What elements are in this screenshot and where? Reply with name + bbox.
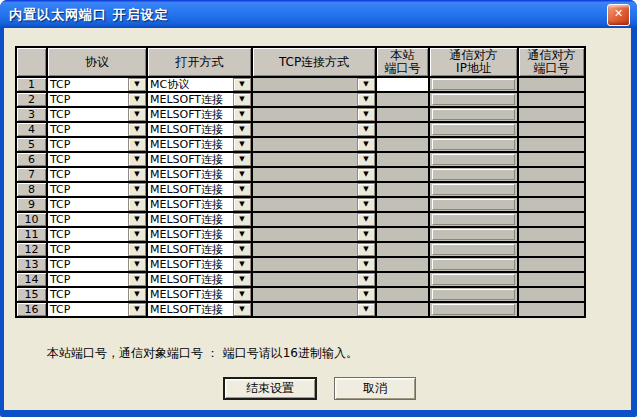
dropdown-arrow-icon[interactable]: ▼ [128, 138, 146, 151]
dropdown-arrow-icon[interactable]: ▼ [357, 93, 375, 106]
protocol-dropdown[interactable]: TCP▼ [48, 273, 146, 286]
tcp-connection-dropdown[interactable]: ▼ [253, 213, 375, 226]
open-method-dropdown[interactable]: MELSOFT连接▼ [148, 243, 251, 256]
dropdown-arrow-icon[interactable]: ▼ [233, 228, 251, 241]
tcp-connection-dropdown[interactable]: ▼ [253, 303, 375, 316]
tcp-connection-dropdown[interactable]: ▼ [253, 153, 375, 166]
dropdown-arrow-icon[interactable]: ▼ [357, 288, 375, 301]
row-number-cell[interactable]: 11 [16, 227, 47, 242]
dropdown-arrow-icon[interactable]: ▼ [233, 213, 251, 226]
open-method-dropdown[interactable]: MELSOFT连接▼ [148, 213, 251, 226]
open-method-dropdown[interactable]: MELSOFT连接▼ [148, 123, 251, 136]
dropdown-arrow-icon[interactable]: ▼ [233, 78, 251, 91]
row-number-cell[interactable]: 3 [16, 107, 47, 122]
tcp-connection-dropdown[interactable]: ▼ [253, 288, 375, 301]
dropdown-arrow-icon[interactable]: ▼ [357, 78, 375, 91]
dropdown-arrow-icon[interactable]: ▼ [357, 258, 375, 271]
dropdown-arrow-icon[interactable]: ▼ [233, 288, 251, 301]
protocol-dropdown[interactable]: TCP▼ [48, 243, 146, 256]
dropdown-arrow-icon[interactable]: ▼ [128, 78, 146, 91]
dropdown-arrow-icon[interactable]: ▼ [233, 138, 251, 151]
dropdown-arrow-icon[interactable]: ▼ [128, 228, 146, 241]
dropdown-arrow-icon[interactable]: ▼ [128, 288, 146, 301]
dropdown-arrow-icon[interactable]: ▼ [357, 108, 375, 121]
cancel-button[interactable]: 取消 [334, 377, 416, 400]
row-number-cell[interactable]: 15 [16, 287, 47, 302]
dropdown-arrow-icon[interactable]: ▼ [233, 183, 251, 196]
dropdown-arrow-icon[interactable]: ▼ [128, 243, 146, 256]
row-number-cell[interactable]: 13 [16, 257, 47, 272]
row-number-cell[interactable]: 9 [16, 197, 47, 212]
title-bar[interactable]: 内置以太网端口 开启设定 ✕ [0, 0, 637, 28]
local-port-field[interactable] [377, 78, 428, 91]
row-number-cell[interactable]: 16 [16, 302, 47, 317]
row-number-cell[interactable]: 12 [16, 242, 47, 257]
row-number-cell[interactable]: 8 [16, 182, 47, 197]
protocol-dropdown[interactable]: TCP▼ [48, 108, 146, 121]
tcp-connection-dropdown[interactable]: ▼ [253, 78, 375, 91]
dropdown-arrow-icon[interactable]: ▼ [233, 258, 251, 271]
dropdown-arrow-icon[interactable]: ▼ [128, 258, 146, 271]
open-method-dropdown[interactable]: MELSOFT连接▼ [148, 288, 251, 301]
dropdown-arrow-icon[interactable]: ▼ [357, 243, 375, 256]
open-method-dropdown[interactable]: MELSOFT连接▼ [148, 168, 251, 181]
dropdown-arrow-icon[interactable]: ▼ [128, 123, 146, 136]
protocol-dropdown[interactable]: TCP▼ [48, 213, 146, 226]
dropdown-arrow-icon[interactable]: ▼ [233, 153, 251, 166]
tcp-connection-dropdown[interactable]: ▼ [253, 258, 375, 271]
tcp-connection-dropdown[interactable]: ▼ [253, 108, 375, 121]
row-number-cell[interactable]: 6 [16, 152, 47, 167]
dropdown-arrow-icon[interactable]: ▼ [128, 273, 146, 286]
protocol-dropdown[interactable]: TCP▼ [48, 183, 146, 196]
dropdown-arrow-icon[interactable]: ▼ [357, 153, 375, 166]
close-button[interactable]: ✕ [607, 4, 630, 26]
tcp-connection-dropdown[interactable]: ▼ [253, 228, 375, 241]
dropdown-arrow-icon[interactable]: ▼ [128, 183, 146, 196]
protocol-dropdown[interactable]: TCP▼ [48, 198, 146, 211]
dropdown-arrow-icon[interactable]: ▼ [233, 303, 251, 316]
row-number-cell[interactable]: 4 [16, 122, 47, 137]
row-number-cell[interactable]: 5 [16, 137, 47, 152]
tcp-connection-dropdown[interactable]: ▼ [253, 93, 375, 106]
dropdown-arrow-icon[interactable]: ▼ [128, 303, 146, 316]
open-method-dropdown[interactable]: MELSOFT连接▼ [148, 228, 251, 241]
protocol-dropdown[interactable]: TCP▼ [48, 138, 146, 151]
row-number-cell[interactable]: 7 [16, 167, 47, 182]
dropdown-arrow-icon[interactable]: ▼ [233, 123, 251, 136]
protocol-dropdown[interactable]: TCP▼ [48, 78, 146, 91]
dropdown-arrow-icon[interactable]: ▼ [357, 273, 375, 286]
dropdown-arrow-icon[interactable]: ▼ [357, 168, 375, 181]
open-method-dropdown[interactable]: MELSOFT连接▼ [148, 93, 251, 106]
open-method-dropdown[interactable]: MC协议▼ [148, 78, 251, 91]
dropdown-arrow-icon[interactable]: ▼ [357, 138, 375, 151]
dropdown-arrow-icon[interactable]: ▼ [357, 183, 375, 196]
open-method-dropdown[interactable]: MELSOFT连接▼ [148, 258, 251, 271]
dropdown-arrow-icon[interactable]: ▼ [233, 243, 251, 256]
row-number-cell[interactable]: 14 [16, 272, 47, 287]
open-method-dropdown[interactable]: MELSOFT连接▼ [148, 138, 251, 151]
dropdown-arrow-icon[interactable]: ▼ [128, 198, 146, 211]
row-number-cell[interactable]: 1 [16, 77, 47, 92]
protocol-dropdown[interactable]: TCP▼ [48, 123, 146, 136]
open-method-dropdown[interactable]: MELSOFT连接▼ [148, 153, 251, 166]
tcp-connection-dropdown[interactable]: ▼ [253, 168, 375, 181]
protocol-dropdown[interactable]: TCP▼ [48, 288, 146, 301]
dropdown-arrow-icon[interactable]: ▼ [128, 153, 146, 166]
protocol-dropdown[interactable]: TCP▼ [48, 93, 146, 106]
dropdown-arrow-icon[interactable]: ▼ [233, 108, 251, 121]
tcp-connection-dropdown[interactable]: ▼ [253, 198, 375, 211]
open-method-dropdown[interactable]: MELSOFT连接▼ [148, 108, 251, 121]
protocol-dropdown[interactable]: TCP▼ [48, 153, 146, 166]
open-method-dropdown[interactable]: MELSOFT连接▼ [148, 198, 251, 211]
dropdown-arrow-icon[interactable]: ▼ [233, 168, 251, 181]
dropdown-arrow-icon[interactable]: ▼ [357, 228, 375, 241]
dropdown-arrow-icon[interactable]: ▼ [357, 213, 375, 226]
dropdown-arrow-icon[interactable]: ▼ [128, 213, 146, 226]
protocol-dropdown[interactable]: TCP▼ [48, 303, 146, 316]
dropdown-arrow-icon[interactable]: ▼ [357, 198, 375, 211]
tcp-connection-dropdown[interactable]: ▼ [253, 183, 375, 196]
tcp-connection-dropdown[interactable]: ▼ [253, 273, 375, 286]
open-method-dropdown[interactable]: MELSOFT连接▼ [148, 183, 251, 196]
dropdown-arrow-icon[interactable]: ▼ [128, 168, 146, 181]
protocol-dropdown[interactable]: TCP▼ [48, 168, 146, 181]
